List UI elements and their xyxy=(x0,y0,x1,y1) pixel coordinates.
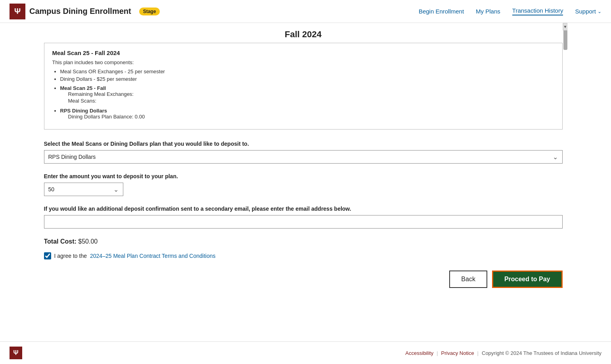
plan-detail-1-item-0: Remaining Meal Exchanges: xyxy=(68,91,554,97)
footer-copyright: Copyright © 2024 The Trustees of Indiana… xyxy=(482,350,601,356)
stage-badge: Stage xyxy=(139,8,160,15)
amount-label: Enter the amount you want to deposit to … xyxy=(44,173,563,179)
terms-checkbox-row: I agree to the 2024–25 Meal Plan Contrac… xyxy=(44,252,563,259)
proceed-to-pay-button[interactable]: Proceed to Pay xyxy=(492,271,563,288)
page-season-title: Fall 2024 xyxy=(44,23,563,43)
plan-info-box: Meal Scan 25 - Fall 2024 This plan inclu… xyxy=(44,43,563,130)
scroll-area: Fall 2024 Meal Scan 25 - Fall 2024 This … xyxy=(44,23,563,288)
main-content: Fall 2024 Meal Scan 25 - Fall 2024 This … xyxy=(28,23,583,341)
plan-details-list: Meal Scan 25 - Fall Remaining Meal Excha… xyxy=(52,85,554,120)
footer-links: Accessibility | Privacy Notice | Copyrig… xyxy=(405,350,601,356)
scrollbar-arrow-down[interactable]: ▼ xyxy=(563,23,567,30)
agree-prefix: I agree to the xyxy=(54,253,87,259)
plan-components-list: Meal Scans OR Exchanges - 25 per semeste… xyxy=(52,69,554,82)
email-section: If you would like an additional deposit … xyxy=(44,206,563,229)
nav-transaction-history[interactable]: Transaction History xyxy=(512,7,563,15)
deposit-plan-select-wrapper: RPS Dining Dollars Meal Scan 25 - Fall ⌄ xyxy=(44,150,563,164)
main-nav: Begin Enrollment My Plans Transaction Hi… xyxy=(419,7,601,15)
app-title: Campus Dining Enrollment xyxy=(29,7,131,16)
terms-checkbox[interactable] xyxy=(44,252,51,259)
nav-support-label: Support xyxy=(575,8,596,15)
plan-detail-2-name: RPS Dining Dollars xyxy=(60,108,107,114)
total-cost-row: Total Cost: $50.00 xyxy=(44,238,563,245)
plan-detail-2: RPS Dining Dollars Dining Dollars Plan B… xyxy=(60,108,554,120)
email-label: If you would like an additional deposit … xyxy=(44,206,563,212)
plan-info-title: Meal Scan 25 - Fall 2024 xyxy=(52,50,554,56)
button-row: Back Proceed to Pay xyxy=(44,271,563,288)
nav-begin-enrollment[interactable]: Begin Enrollment xyxy=(419,8,464,15)
scrollbar-track[interactable]: ▲ ▼ xyxy=(563,23,567,30)
deposit-plan-section: Select the Meal Scans or Dining Dollars … xyxy=(44,141,563,164)
amount-select-wrapper: 25 50 75 100 150 200 ⌄ xyxy=(44,183,123,196)
header: Ψ Campus Dining Enrollment Stage Begin E… xyxy=(0,0,611,23)
nav-support-dropdown[interactable]: Support ⌄ xyxy=(575,8,601,15)
back-button[interactable]: Back xyxy=(449,271,487,288)
deposit-plan-label: Select the Meal Scans or Dining Dollars … xyxy=(44,141,563,147)
deposit-plan-select[interactable]: RPS Dining Dollars Meal Scan 25 - Fall xyxy=(44,150,563,164)
amount-section: Enter the amount you want to deposit to … xyxy=(44,173,563,196)
plan-component-1: Meal Scans OR Exchanges - 25 per semeste… xyxy=(60,69,554,74)
support-chevron-icon: ⌄ xyxy=(598,9,601,14)
nav-my-plans[interactable]: My Plans xyxy=(476,8,500,15)
terms-link[interactable]: 2024–25 Meal Plan Contract Terms and Con… xyxy=(90,253,215,259)
footer: Ψ Accessibility | Privacy Notice | Copyr… xyxy=(0,341,611,364)
iu-logo-icon: Ψ xyxy=(10,4,25,19)
plan-detail-1: Meal Scan 25 - Fall Remaining Meal Excha… xyxy=(60,85,554,104)
plan-component-2: Dining Dollars - $25 per semester xyxy=(60,76,554,82)
footer-sep-1: | xyxy=(437,350,438,356)
footer-logo-icon: Ψ xyxy=(10,347,22,359)
plan-detail-2-item-0: Dining Dollars Plan Balance: 0.00 xyxy=(68,114,554,120)
plan-detail-1-item-1: Meal Scans: xyxy=(68,98,554,104)
plan-info-desc: This plan includes two components: xyxy=(52,59,554,65)
secondary-email-input[interactable] xyxy=(44,215,563,229)
amount-select[interactable]: 25 50 75 100 150 200 xyxy=(44,183,123,196)
footer-privacy-link[interactable]: Privacy Notice xyxy=(441,350,474,356)
plan-detail-1-name: Meal Scan 25 - Fall xyxy=(60,85,106,91)
footer-sep-2: | xyxy=(477,350,479,356)
total-cost-value: $50.00 xyxy=(78,238,98,245)
total-cost-label: Total Cost: xyxy=(44,238,77,245)
header-logo: Ψ Campus Dining Enrollment Stage xyxy=(10,4,160,19)
footer-accessibility-link[interactable]: Accessibility xyxy=(405,350,433,356)
